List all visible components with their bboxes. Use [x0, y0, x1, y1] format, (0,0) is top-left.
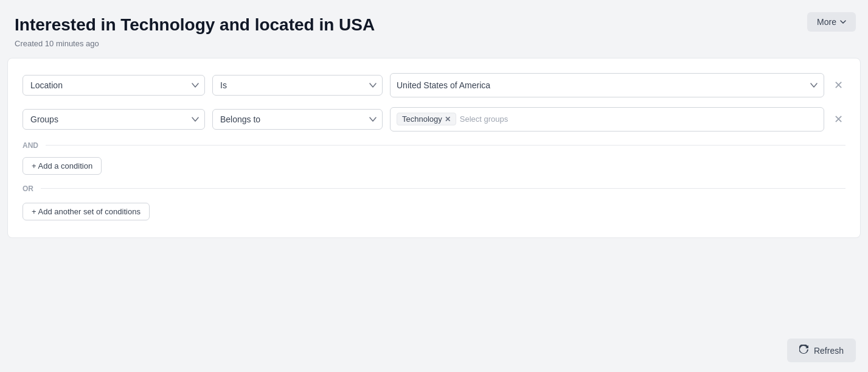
conditions-card: LocationGroupsNameEmail IsIs notContains… [7, 58, 861, 238]
page-header: Interested in Technology and located in … [0, 0, 868, 58]
page-subtitle: Created 10 minutes ago [15, 39, 853, 48]
tag-remove-button[interactable]: ✕ [445, 116, 451, 123]
condition-row-2: LocationGroupsNameEmail Belongs toDoes n… [23, 107, 845, 132]
add-condition-label: + Add a condition [32, 161, 92, 170]
condition2-field-select[interactable]: LocationGroupsNameEmail [23, 109, 205, 130]
add-set-button[interactable]: + Add another set of conditions [23, 203, 150, 220]
condition1-value-inner: United States of America [397, 80, 818, 90]
more-button[interactable]: More [807, 12, 856, 32]
condition2-value-inner: Technology ✕ Select groups [397, 113, 818, 125]
condition1-operator-select[interactable]: IsIs notContainsDoes not contain [212, 75, 383, 96]
or-label: OR [23, 184, 33, 193]
refresh-button[interactable]: Refresh [787, 339, 856, 362]
condition2-value-container[interactable]: Technology ✕ Select groups [390, 107, 824, 132]
condition1-field-wrapper: LocationGroupsNameEmail [23, 75, 205, 96]
tag-label: Technology [402, 114, 442, 124]
condition-row-1: LocationGroupsNameEmail IsIs notContains… [23, 73, 845, 97]
condition2-operator-select[interactable]: Belongs toDoes not belong to [212, 109, 383, 130]
condition1-field-select[interactable]: LocationGroupsNameEmail [23, 75, 205, 96]
refresh-label: Refresh [814, 346, 844, 356]
and-divider: AND [23, 141, 845, 150]
footer-bar: Refresh [0, 329, 868, 372]
condition2-field-wrapper: LocationGroupsNameEmail [23, 109, 205, 130]
close-icon: ✕ [834, 79, 843, 92]
remove-condition1-button[interactable]: ✕ [832, 76, 845, 94]
and-divider-line [46, 145, 845, 146]
technology-tag: Technology ✕ [397, 113, 456, 125]
remove-condition2-button[interactable]: ✕ [832, 110, 845, 128]
add-set-label: + Add another set of conditions [32, 207, 141, 216]
condition1-value-text: United States of America [397, 80, 490, 90]
chevron-down-icon [840, 17, 846, 27]
refresh-icon [799, 345, 809, 356]
add-condition-button[interactable]: + Add a condition [23, 157, 102, 175]
condition1-operator-wrapper: IsIs notContainsDoes not contain [212, 75, 383, 96]
or-divider: OR [23, 184, 845, 193]
groups-placeholder: Select groups [460, 114, 509, 124]
condition1-value-container[interactable]: United States of America [390, 73, 824, 97]
or-divider-line [41, 188, 845, 189]
page-title: Interested in Technology and located in … [15, 15, 853, 35]
more-button-label: More [817, 17, 836, 27]
condition2-operator-wrapper: Belongs toDoes not belong to [212, 109, 383, 130]
close-icon: ✕ [834, 113, 843, 126]
and-label: AND [23, 141, 38, 150]
